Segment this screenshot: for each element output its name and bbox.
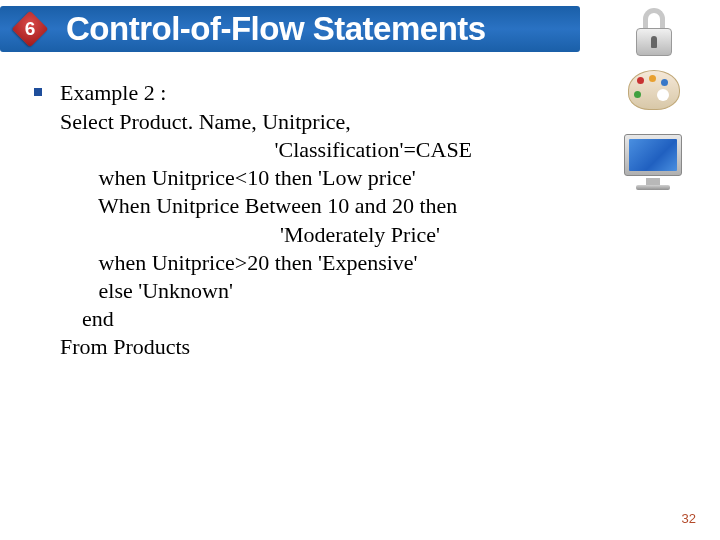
palette-icon xyxy=(628,70,680,114)
example-label: Example 2 : xyxy=(60,80,472,106)
slide-content: Example 2 : Select Product. Name, Unitpr… xyxy=(34,80,594,361)
chapter-badge: 6 xyxy=(12,11,48,47)
slide-header: 6 Control-of-Flow Statements xyxy=(0,6,580,52)
lock-icon xyxy=(632,6,676,56)
slide-title: Control-of-Flow Statements xyxy=(66,10,486,48)
bullet-icon xyxy=(34,88,42,96)
code-block: Select Product. Name, Unitprice, 'Classi… xyxy=(60,108,472,361)
monitor-icon xyxy=(624,134,686,190)
chapter-number: 6 xyxy=(25,18,36,40)
page-number: 32 xyxy=(682,511,696,526)
